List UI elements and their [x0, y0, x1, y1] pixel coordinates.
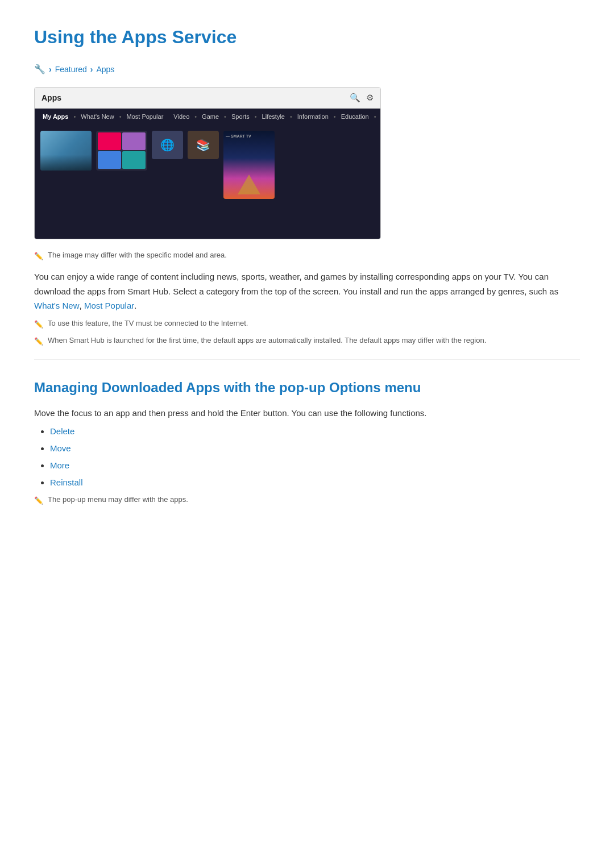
- note-smarthub: ✏️ When Smart Hub is launched for the fi…: [34, 335, 580, 348]
- section2-list: Delete Move More Reinstall: [34, 425, 580, 489]
- tv-second-row: 🌐 📚: [152, 131, 219, 159]
- tv-app-grid-cell2: [122, 132, 146, 150]
- tv-nav-kids: Kids: [379, 111, 381, 123]
- tv-nav-game: Game: [200, 111, 221, 123]
- section2-note-text: The pop-up menu may differ with the apps…: [48, 494, 188, 506]
- tv-app-landscape: [40, 131, 92, 171]
- tv-prism-shape: [238, 175, 260, 194]
- note-smarthub-text: When Smart Hub is launched for the first…: [48, 335, 486, 347]
- tv-app-grid-cell4: [122, 151, 146, 169]
- tv-app-grid-cell3: [98, 151, 121, 169]
- tv-screen-mockup: Apps 🔍 ⚙ My Apps • What's New • Most Pop…: [34, 87, 381, 240]
- tv-app-globe: 🌐: [152, 131, 183, 159]
- link-delete[interactable]: Delete: [50, 426, 74, 436]
- tv-nav-myapps: My Apps: [40, 111, 70, 123]
- tv-settings-icon: ⚙: [366, 91, 374, 105]
- section-divider: [34, 359, 580, 360]
- page-title: Using the Apps Service: [34, 23, 580, 52]
- note-icon-1: ✏️: [34, 251, 43, 263]
- breadcrumb-sep: ›: [49, 63, 52, 76]
- main-paragraph: You can enjoy a wide range of content in…: [34, 269, 580, 313]
- tv-app-grid: [96, 131, 147, 171]
- tv-nav-mostpopular: Most Popular: [125, 111, 166, 123]
- note-internet-text: To use this feature, the TV must be conn…: [48, 318, 248, 330]
- list-item-delete: Delete: [50, 425, 580, 438]
- image-note: ✏️ The image may differ with the specifi…: [34, 250, 580, 263]
- tv-nav-information: Information: [295, 111, 331, 123]
- breadcrumb-apps[interactable]: Apps: [96, 63, 114, 76]
- tv-app-grid-cell1: [98, 132, 121, 150]
- tv-nav-video: Video: [171, 111, 192, 123]
- section2-footer-note: ✏️ The pop-up menu may differ with the a…: [34, 494, 580, 507]
- tv-nav-whatsnew: What's New: [78, 111, 116, 123]
- section2-title: Managing Downloaded Apps with the pop-up…: [34, 377, 580, 398]
- note-internet: ✏️ To use this feature, the TV must be c…: [34, 318, 580, 331]
- list-item-more: More: [50, 459, 580, 472]
- link-whatsnew[interactable]: What's New: [34, 301, 80, 310]
- breadcrumb-featured[interactable]: Featured: [55, 63, 87, 76]
- link-mostpopular[interactable]: Most Popular: [84, 301, 134, 310]
- tv-nav-lifestyle: Lifestyle: [260, 111, 287, 123]
- tv-app-book: 📚: [188, 131, 219, 159]
- tv-nav-education: Education: [339, 111, 371, 123]
- image-note-text: The image may differ with the specific m…: [48, 250, 227, 261]
- tv-top-icons: 🔍 ⚙: [350, 91, 374, 105]
- tv-apps-label: Apps: [42, 92, 61, 104]
- breadcrumb-sep2: ›: [90, 63, 93, 76]
- tv-nav-bar: My Apps • What's New • Most Popular Vide…: [35, 109, 380, 126]
- tv-search-icon: 🔍: [350, 91, 360, 105]
- section2-intro: Move the focus to an app and then press …: [34, 406, 580, 421]
- list-item-move: Move: [50, 442, 580, 455]
- note-icon-2: ✏️: [34, 319, 43, 331]
- tv-top-bar: Apps 🔍 ⚙: [35, 88, 380, 109]
- link-reinstall[interactable]: Reinstall: [50, 477, 83, 487]
- breadcrumb-icon: 🔧: [34, 62, 45, 77]
- link-move[interactable]: Move: [50, 443, 71, 453]
- breadcrumb: 🔧 › Featured › Apps: [34, 62, 580, 77]
- main-text-body: You can enjoy a wide range of content in…: [34, 272, 558, 296]
- tv-featured-app: — SMART TV: [223, 131, 275, 199]
- tv-nav-sports: Sports: [229, 111, 252, 123]
- link-more[interactable]: More: [50, 460, 69, 470]
- list-item-reinstall: Reinstall: [50, 476, 580, 489]
- tv-content-area: 🌐 📚 — SMART TV: [35, 125, 380, 239]
- main-text-end: .: [134, 301, 136, 310]
- note-icon-3: ✏️: [34, 336, 43, 348]
- tv-smart-label: — SMART TV: [226, 133, 251, 139]
- note-icon-4: ✏️: [34, 495, 43, 507]
